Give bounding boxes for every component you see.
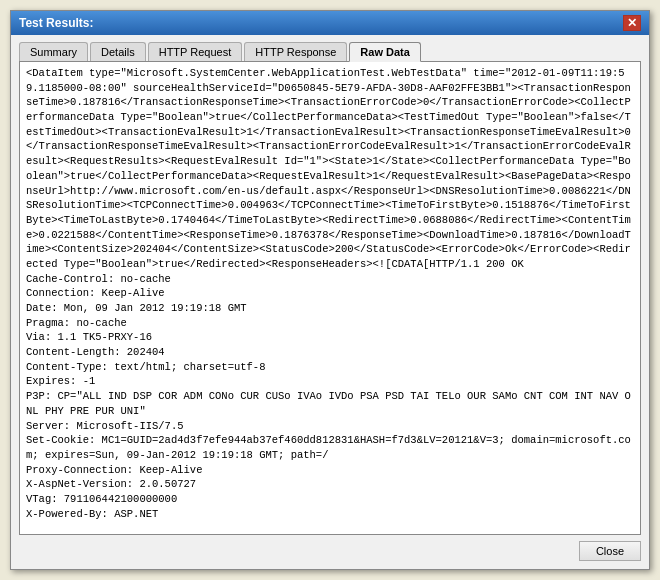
tab-content-area: <DataItem type="Microsoft.SystemCenter.W… xyxy=(19,61,641,535)
tab-details[interactable]: Details xyxy=(90,42,146,62)
raw-data-text[interactable]: <DataItem type="Microsoft.SystemCenter.W… xyxy=(20,62,640,534)
close-icon: ✕ xyxy=(627,16,637,30)
tab-raw-data[interactable]: Raw Data xyxy=(349,42,421,62)
close-window-button[interactable]: ✕ xyxy=(623,15,641,31)
raw-data-container: <DataItem type="Microsoft.SystemCenter.W… xyxy=(20,62,640,534)
window-title: Test Results: xyxy=(19,16,93,30)
test-results-window: Test Results: ✕ Summary Details HTTP Req… xyxy=(10,10,650,570)
button-bar: Close xyxy=(19,535,641,561)
close-button[interactable]: Close xyxy=(579,541,641,561)
tab-summary[interactable]: Summary xyxy=(19,42,88,62)
tab-http-response[interactable]: HTTP Response xyxy=(244,42,347,62)
window-content: Summary Details HTTP Request HTTP Respon… xyxy=(11,35,649,569)
tab-bar: Summary Details HTTP Request HTTP Respon… xyxy=(19,41,641,61)
title-bar: Test Results: ✕ xyxy=(11,11,649,35)
tab-http-request[interactable]: HTTP Request xyxy=(148,42,243,62)
